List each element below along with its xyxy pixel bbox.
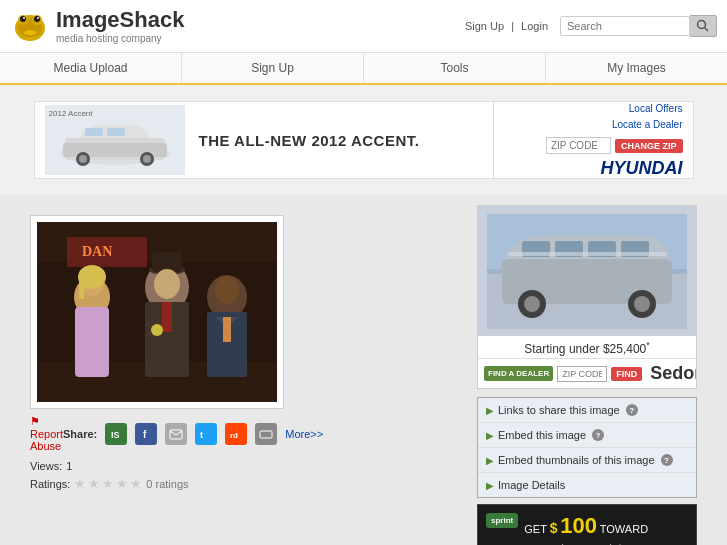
ad-year: 2012 Accent <box>49 109 93 118</box>
report-abuse-link[interactable]: ⚑ Report Abuse <box>30 415 63 452</box>
kia-ad-price: Starting under $25,400* <box>478 336 696 358</box>
star-1[interactable]: ★ <box>74 476 86 491</box>
email-icon <box>169 427 183 441</box>
ad-copy: GET $ 100 TOWARD <box>524 513 688 539</box>
movie-scene-svg: DAN <box>37 222 277 402</box>
svg-line-10 <box>705 28 709 32</box>
info-icon-3[interactable]: ? <box>661 454 673 466</box>
search-button[interactable] <box>690 15 717 37</box>
arrow-icon-3: ▶ <box>486 455 494 466</box>
star-3[interactable]: ★ <box>102 476 114 491</box>
ad-locate-dealer[interactable]: Locate a Dealer <box>612 117 683 133</box>
meta-row: Views: 1 Ratings: ★ ★ ★ ★ ★ 0 ratings <box>30 460 282 491</box>
sidebar-links: ▶ Links to share this image ? ▶ Embed th… <box>477 397 697 498</box>
share-imageshack-btn[interactable]: IS <box>105 423 127 445</box>
ad-local-offers[interactable]: Local Offers <box>612 101 683 117</box>
share-email-btn[interactable] <box>165 423 187 445</box>
image-container: DAN <box>30 215 284 409</box>
report-abuse-label: Report Abuse <box>30 428 63 452</box>
svg-text:rd: rd <box>230 431 238 440</box>
svg-point-59 <box>634 296 650 312</box>
header-right: Sign Up | Login <box>461 15 717 37</box>
ad-car-image: 2012 Accent <box>45 105 185 175</box>
sidebar-embed-thumbnails[interactable]: ▶ Embed thumbnails of this image ? <box>478 448 696 473</box>
logo-text: ImageShack media hosting company <box>56 8 184 43</box>
nav: Media Upload Sign Up Tools My Images <box>0 53 727 85</box>
svg-text:IS: IS <box>111 430 120 440</box>
info-icon-2[interactable]: ? <box>592 429 604 441</box>
main-content: DAN <box>0 195 727 545</box>
reddit-icon: rd <box>229 427 243 441</box>
image-details-label: Image Details <box>498 479 565 491</box>
sidebar-embed-image[interactable]: ▶ Embed this image ? <box>478 423 696 448</box>
amount: 100 <box>560 513 597 538</box>
flag-icon: ⚑ <box>30 415 40 427</box>
more-share-link[interactable]: More>> <box>285 428 323 440</box>
star-rating[interactable]: ★ ★ ★ ★ ★ <box>74 476 142 491</box>
zip-code-input[interactable] <box>557 366 607 382</box>
arrow-icon-2: ▶ <box>486 430 494 441</box>
views-label: Views: <box>30 460 62 472</box>
ad-headline: THE ALL-NEW 2012 ACCENT. <box>199 132 420 149</box>
nav-media-upload[interactable]: Media Upload <box>0 53 182 83</box>
svg-point-9 <box>698 21 706 29</box>
svg-point-17 <box>143 155 151 163</box>
dealer-row: FIND A DEALER FIND Sedona KIA MOTORS <box>478 358 696 388</box>
sedona-brand: Sedona <box>650 363 697 384</box>
ratings-line: Ratings: ★ ★ ★ ★ ★ 0 ratings <box>30 476 282 491</box>
svg-point-4 <box>20 16 26 22</box>
search-icon <box>696 19 710 33</box>
ad-right: Local Offers Locate a Dealer CHANGE ZIP … <box>493 101 693 179</box>
nav-sign-up[interactable]: Sign Up <box>182 53 364 83</box>
nav-my-images[interactable]: My Images <box>546 53 727 83</box>
svg-rect-41 <box>37 222 277 402</box>
share-label: Share: <box>63 428 97 440</box>
content-left: DAN <box>30 195 477 545</box>
dollar-sign: $ <box>550 520 558 536</box>
svg-text:f: f <box>143 429 147 440</box>
embed-thumbnails-label: Embed thumbnails of this image <box>498 454 655 466</box>
find-dealer-button[interactable]: FIND A DEALER <box>484 366 553 381</box>
sidebar-links-to-share[interactable]: ▶ Links to share this image ? <box>478 398 696 423</box>
frog-icon <box>10 6 50 46</box>
views-line: Views: 1 <box>30 460 282 472</box>
arrow-icon-4: ▶ <box>486 480 494 491</box>
logo-sub: media hosting company <box>56 33 184 44</box>
imageshack-share-icon: IS <box>109 427 123 441</box>
sidebar-image-details[interactable]: ▶ Image Details <box>478 473 696 497</box>
star-5[interactable]: ★ <box>130 476 142 491</box>
share-more-btn[interactable] <box>255 423 277 445</box>
ad-zip-input[interactable] <box>546 137 611 154</box>
svg-point-57 <box>524 296 540 312</box>
star-2[interactable]: ★ <box>88 476 100 491</box>
share-twitter-btn[interactable]: t <box>195 423 217 445</box>
views-value: 1 <box>66 460 72 472</box>
share-facebook-btn[interactable]: f <box>135 423 157 445</box>
find-button[interactable]: FIND <box>611 367 642 381</box>
get-label: GET <box>524 523 549 535</box>
header: ImageShack media hosting company Sign Up… <box>0 0 727 53</box>
sprint-logo: sprint <box>486 513 518 528</box>
login-link[interactable]: Login <box>521 20 548 32</box>
logo-area: ImageShack media hosting company <box>10 6 184 46</box>
kia-ad: Starting under $25,400* FIND A DEALER FI… <box>477 205 697 389</box>
star-4[interactable]: ★ <box>116 476 128 491</box>
ad-banner: 2012 Accent THE ALL-NEW 2012 ACCENT. <box>34 101 694 179</box>
arrow-icon-1: ▶ <box>486 405 494 416</box>
signup-link[interactable]: Sign Up <box>465 20 504 32</box>
ratings-count: 0 ratings <box>146 478 188 490</box>
share-reddit-btn[interactable]: rd <box>225 423 247 445</box>
kia-starting-price: Starting under $25,400 <box>524 342 646 356</box>
share-area: Share: IS f <box>63 423 323 445</box>
image-actions: ⚑ Report Abuse Share: IS f <box>30 413 282 454</box>
ad-zip-row: CHANGE ZIP <box>546 137 683 154</box>
ad-zip-button[interactable]: CHANGE ZIP <box>615 139 683 153</box>
info-icon-1[interactable]: ? <box>626 404 638 416</box>
svg-rect-19 <box>107 128 125 136</box>
nav-tools[interactable]: Tools <box>364 53 546 83</box>
search-area <box>560 15 717 37</box>
logo-name: ImageShack <box>56 8 184 32</box>
sprint-htc-ad: sprint GET $ 100 TOWARD an HTC EVO 3D wh… <box>477 504 697 545</box>
svg-text:t: t <box>200 430 203 440</box>
search-input[interactable] <box>560 16 690 36</box>
